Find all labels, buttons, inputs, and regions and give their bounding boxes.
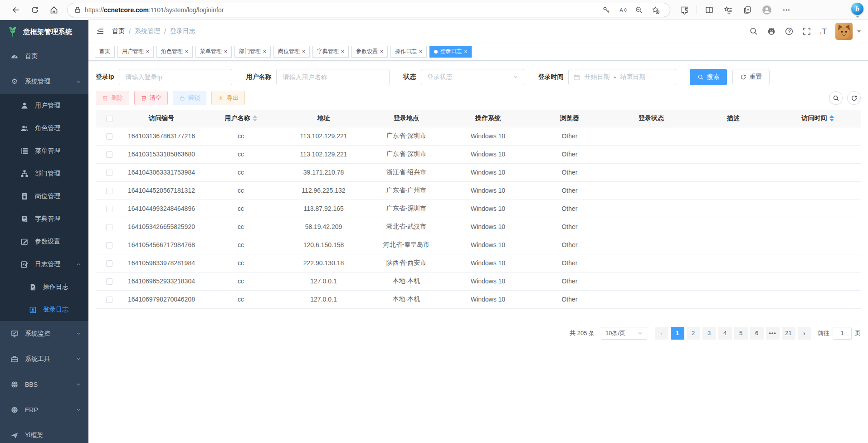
browser-profile-icon[interactable]	[762, 5, 772, 15]
row-checkbox[interactable]	[106, 170, 112, 176]
export-button[interactable]: 导出	[211, 91, 245, 105]
page-button-3[interactable]: 3	[702, 327, 716, 340]
page-button-4[interactable]: 4	[718, 327, 732, 340]
read-aloud-icon[interactable]: A	[619, 6, 627, 14]
close-icon[interactable]: ×	[341, 49, 344, 54]
unlock-button[interactable]: 解锁	[173, 91, 206, 105]
sidebar-item-yi-framework[interactable]: Yi框架	[0, 423, 88, 443]
breadcrumb-home[interactable]: 首页	[112, 27, 125, 35]
font-size-icon[interactable]: тT	[820, 28, 827, 35]
split-screen-icon[interactable]	[705, 5, 714, 15]
tab-login-log[interactable]: 登录日志×	[429, 46, 472, 58]
sidebar-item-home[interactable]: 首页	[0, 44, 88, 69]
delete-button[interactable]: 删除	[96, 91, 129, 105]
page-button-1[interactable]: 1	[671, 327, 684, 340]
breadcrumb-parent[interactable]: 系统管理	[135, 27, 160, 35]
table-row[interactable]: 1641069652933218304cc127.0.0.1本地-本机Windo…	[96, 272, 861, 290]
table-row[interactable]: 1641044520567181312cc112.96.225.132广东省-广…	[96, 181, 861, 200]
table-row[interactable]: 1641031533185863680cc113.102.129.221广东省-…	[96, 145, 861, 163]
search-icon[interactable]	[749, 27, 758, 36]
status-select[interactable]: 登录状态	[421, 69, 524, 85]
login-ip-input[interactable]	[119, 69, 232, 85]
sidebar-item-menus[interactable]: 菜单管理	[0, 140, 88, 162]
row-checkbox[interactable]	[106, 133, 112, 140]
start-date-placeholder[interactable]: 开始日期	[584, 73, 610, 81]
sidebar-item-operation-log[interactable]: 操作日志	[0, 276, 88, 298]
sidebar-item-monitor[interactable]: 系统监控	[0, 321, 88, 346]
table-row[interactable]: 1641059633978281984cc222.90.130.18陕西省-西安…	[96, 254, 861, 272]
sidebar-item-erp[interactable]: ERP	[0, 397, 88, 423]
refresh-icon[interactable]	[30, 5, 39, 15]
goto-page-input[interactable]	[833, 327, 852, 340]
more-pages-button[interactable]: •••	[766, 327, 780, 340]
sort-icon[interactable]	[253, 115, 257, 122]
address-bar[interactable]: https://ccnetcore.com:1101/system/log/lo…	[67, 3, 670, 17]
row-checkbox[interactable]	[106, 188, 112, 194]
user-name-input[interactable]	[276, 69, 390, 85]
page-button-2[interactable]: 2	[687, 327, 700, 340]
row-checkbox[interactable]	[106, 224, 112, 230]
caret-down-icon[interactable]	[857, 30, 861, 33]
row-checkbox[interactable]	[106, 206, 112, 212]
tab-dept-mgmt[interactable]: 部门管理×	[234, 46, 271, 58]
tab-param-settings[interactable]: 参数设置×	[351, 46, 388, 58]
table-row[interactable]: 1641044993248464896cc113.87.92.165广东省-深圳…	[96, 200, 861, 218]
sidebar-item-departments[interactable]: 部门管理	[0, 162, 88, 185]
end-date-placeholder[interactable]: 结束日期	[620, 73, 645, 81]
sidebar-item-users[interactable]: 用户管理	[0, 94, 88, 117]
sidebar-item-dictionary[interactable]: 字典管理	[0, 208, 88, 230]
tab-role-mgmt[interactable]: 角色管理×	[156, 46, 193, 58]
table-row[interactable]: 1641053426655825920cc58.19.42.209湖北省-武汉市…	[96, 218, 861, 236]
app-logo[interactable]: 意框架管理系统	[0, 20, 88, 44]
favorites-list-icon[interactable]	[724, 5, 733, 15]
sidebar-item-parameters[interactable]: 参数设置	[0, 230, 88, 253]
prev-page-button[interactable]: ‹	[655, 327, 668, 340]
search-toggle-button[interactable]	[829, 91, 843, 105]
collections-icon[interactable]	[743, 5, 752, 15]
close-icon[interactable]: ×	[146, 49, 149, 54]
close-icon[interactable]: ×	[224, 49, 227, 54]
sidebar-item-tools[interactable]: 系统工具	[0, 346, 88, 372]
clear-button[interactable]: 清空	[134, 91, 168, 105]
close-icon[interactable]: ×	[302, 49, 305, 54]
sidebar-item-login-log[interactable]: 登录日志	[0, 298, 88, 321]
tab-user-mgmt[interactable]: 用户管理×	[117, 46, 154, 58]
page-button-5[interactable]: 5	[734, 327, 748, 340]
table-row[interactable]: 1641069798270046208cc127.0.0.1本地-本机Windo…	[96, 290, 861, 308]
tab-post-mgmt[interactable]: 岗位管理×	[273, 46, 310, 58]
close-icon[interactable]: ×	[185, 49, 188, 54]
select-all-checkbox[interactable]	[106, 116, 112, 122]
home-icon[interactable]	[49, 5, 59, 15]
extensions-icon[interactable]	[680, 5, 689, 15]
table-row[interactable]: 1641031367863177216cc113.102.129.221广东省-…	[96, 127, 861, 145]
page-button-6[interactable]: 6	[750, 327, 764, 340]
zoom-out-icon[interactable]	[635, 6, 643, 14]
close-icon[interactable]: ×	[464, 49, 467, 54]
github-icon[interactable]	[767, 27, 776, 36]
sidebar-item-roles[interactable]: 角色管理	[0, 117, 88, 140]
sidebar-item-posts[interactable]: 岗位管理	[0, 185, 88, 208]
row-checkbox[interactable]	[106, 151, 112, 158]
table-row[interactable]: 1641054566717984768cc120.6.150.158河北省-秦皇…	[96, 236, 861, 254]
search-button[interactable]: 搜索	[690, 69, 727, 85]
row-checkbox[interactable]	[106, 297, 112, 303]
tab-menu-mgmt[interactable]: 菜单管理×	[195, 46, 232, 58]
fullscreen-icon[interactable]	[802, 27, 811, 36]
close-icon[interactable]: ×	[419, 49, 422, 54]
tab-dict-mgmt[interactable]: 字典管理×	[312, 46, 349, 58]
sidebar-item-bbs[interactable]: BBS	[0, 372, 88, 397]
copilot-caret-icon[interactable]	[856, 16, 859, 18]
password-key-icon[interactable]	[602, 6, 610, 14]
row-checkbox[interactable]	[106, 242, 112, 248]
next-page-button[interactable]: ›	[798, 327, 811, 340]
copilot-icon[interactable]: b	[851, 3, 863, 18]
sidebar-item-system[interactable]: ⚙ 系统管理	[0, 69, 88, 94]
close-icon[interactable]: ×	[380, 49, 383, 54]
date-range-picker[interactable]: 开始日期 - 结束日期	[568, 69, 676, 85]
sidebar-item-logs[interactable]: 日志管理	[0, 253, 88, 276]
close-icon[interactable]: ×	[263, 49, 266, 54]
row-checkbox[interactable]	[106, 278, 112, 285]
url-text[interactable]: https://ccnetcore.com:1101/system/log/lo…	[85, 6, 224, 14]
avatar[interactable]	[835, 23, 853, 40]
lock-icon[interactable]	[74, 6, 81, 14]
